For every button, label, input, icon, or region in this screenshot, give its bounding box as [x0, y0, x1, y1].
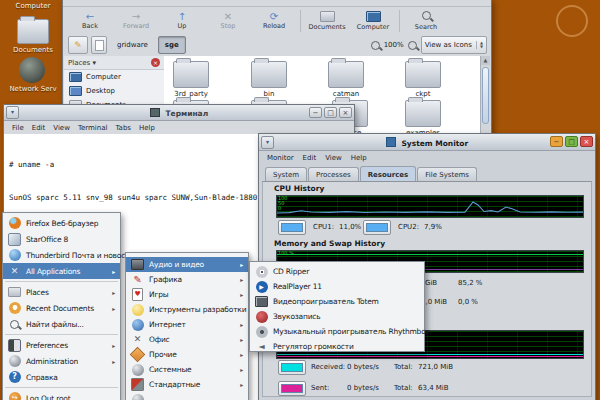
menu-item-find-files[interactable]: Найти файлы...: [3, 316, 120, 332]
menu-item-development[interactable]: Инструменты разработки ▸: [126, 302, 248, 317]
breadcrumb-sge[interactable]: sge: [158, 36, 186, 54]
forward-button[interactable]: → Forward: [113, 8, 159, 34]
tab-system[interactable]: System: [265, 167, 307, 181]
menu-item-partial[interactable]: [126, 392, 248, 400]
menu-tabs[interactable]: Tabs: [116, 124, 132, 132]
maximize-button[interactable]: □: [324, 107, 337, 118]
menu-item-cd-ripper[interactable]: CD Ripper: [250, 264, 424, 279]
sent-label: Sent:: [311, 384, 329, 392]
menu-item-help[interactable]: ? Справка: [3, 369, 120, 385]
menu-item-firefox[interactable]: Firefox Веб-браузер: [3, 215, 120, 231]
scrollbar-thumb[interactable]: [482, 67, 489, 124]
terminal-title: Терминал: [165, 109, 208, 118]
cpu-history-graph: 100 50 0: [276, 195, 584, 218]
sidebar-item-desktop[interactable]: Desktop: [64, 84, 164, 98]
file-manager-menubar[interactable]: [63, 0, 491, 7]
sidebar-item-computer[interactable]: Computer: [64, 70, 164, 84]
view-mode-dropdown[interactable]: View as Icons ▲▼: [421, 36, 487, 54]
system-monitor-titlebar[interactable]: ▾ System Monitor − □ ×: [259, 134, 595, 151]
submenu-arrow-icon: ▸: [240, 381, 243, 388]
menu-item-realplayer[interactable]: ▶ RealPlayer 11: [250, 279, 424, 294]
menu-item-volume-control[interactable]: ◄ Регулятор громкости: [250, 339, 424, 354]
network-servers-icon[interactable]: [19, 57, 45, 83]
stop-button[interactable]: ✕ Stop: [205, 8, 251, 34]
menu-item-audio-video[interactable]: Аудио и видео ▸: [126, 257, 248, 272]
menu-monitor[interactable]: Monitor: [267, 154, 294, 162]
menu-item-places[interactable]: Places ▸: [3, 284, 120, 300]
menu-item-all-applications[interactable]: ✕ All Applications ▸: [3, 263, 120, 279]
menu-edit[interactable]: Edit: [303, 154, 317, 162]
spinner-icons: ▲▼: [476, 41, 483, 49]
folder-ckpt[interactable]: ckpt: [388, 61, 458, 98]
cpu2-color-swatch[interactable]: [363, 220, 391, 235]
folder-bin[interactable]: bin: [234, 61, 304, 98]
menu-view[interactable]: View: [53, 124, 70, 132]
received-color-swatch[interactable]: [278, 360, 306, 375]
desktop-icon-computer[interactable]: Computer: [0, 2, 68, 10]
folder-3rd_party[interactable]: 3rd_party: [156, 61, 226, 98]
menu-file[interactable]: File: [12, 124, 24, 132]
administration-icon: [9, 355, 21, 367]
menu-item-accessories[interactable]: Стандартные ▸: [126, 377, 248, 392]
memory-unit-fragment: GiB: [425, 279, 437, 287]
menu-item-games[interactable]: ♥ Игры ▸: [126, 287, 248, 302]
search-button[interactable]: Search: [403, 8, 449, 34]
tab-processes[interactable]: Processes: [308, 167, 359, 181]
menu-edit[interactable]: Edit: [32, 124, 46, 132]
tab-resources[interactable]: Resources: [360, 166, 417, 181]
documents-button[interactable]: Documents: [304, 8, 350, 34]
menu-item-internet[interactable]: Интернет ▸: [126, 317, 248, 332]
maximize-button[interactable]: □: [565, 136, 578, 147]
menu-item-staroffice[interactable]: StarOffice 8: [3, 231, 120, 247]
close-button[interactable]: ×: [580, 136, 593, 147]
cpu1-value: 11,0%: [339, 223, 361, 231]
menu-item-office[interactable]: ✕ Офис ▸: [126, 332, 248, 347]
documents-folder-icon[interactable]: [17, 19, 49, 44]
menu-item-rhythmbox[interactable]: Музыкальный проигрыватель Rhythmbox: [250, 324, 424, 339]
reload-button[interactable]: ⟳ Reload: [251, 8, 297, 34]
terminal-titlebar[interactable]: ▾ Терминал − □ ×: [4, 105, 354, 121]
menu-item-recent-documents[interactable]: Recent Documents ▸: [3, 300, 120, 316]
menu-item-totem[interactable]: Видеопроигрыватель Totem: [250, 294, 424, 309]
menu-item-sound-recorder[interactable]: Звукозапись: [250, 309, 424, 324]
minimize-button[interactable]: −: [550, 136, 563, 147]
computer-button[interactable]: Computer: [350, 8, 396, 34]
cpu1-color-swatch[interactable]: [278, 220, 306, 235]
tab-file-systems[interactable]: File Systems: [417, 167, 477, 181]
memory-percent: 85,2 %: [458, 279, 482, 287]
desktop-icon-network[interactable]: Network Serv: [0, 85, 68, 93]
back-button[interactable]: ← Back: [67, 8, 113, 34]
document-icon: [95, 40, 104, 51]
menu-help[interactable]: Help: [351, 154, 367, 162]
menu-item-log-out[interactable]: ↪ Log Out root...: [3, 390, 120, 400]
folder-examples[interactable]: examples: [388, 100, 458, 137]
menu-view[interactable]: View: [325, 154, 342, 162]
up-button[interactable]: ↑ Up: [159, 8, 205, 34]
folder-catman[interactable]: catman: [311, 61, 381, 98]
places-header[interactable]: Places ▾ ×: [64, 56, 164, 70]
close-button[interactable]: ×: [339, 107, 352, 118]
main-menu: Firefox Веб-браузер StarOffice 8 Thunder…: [2, 212, 121, 400]
vertical-scrollbar[interactable]: ▲: [480, 56, 490, 138]
root-crumb-button[interactable]: [91, 36, 107, 54]
sent-color-swatch[interactable]: [278, 381, 306, 396]
menu-item-preferences[interactable]: Preferences ▸: [3, 337, 120, 353]
desktop-icon-documents[interactable]: Documents: [0, 46, 68, 54]
search-icon: [422, 11, 431, 20]
menu-terminal[interactable]: Terminal: [78, 124, 108, 132]
menu-item-administration[interactable]: Administration ▸: [3, 353, 120, 369]
menu-help[interactable]: Help: [139, 124, 155, 132]
audio-video-submenu: CD Ripper ▶ RealPlayer 11 Видеопроигрыва…: [249, 261, 425, 352]
menu-item-thunderbird[interactable]: Thunderbird Почта и новости: [3, 247, 120, 263]
edit-location-button[interactable]: ✎: [68, 36, 88, 54]
stop-icon: ✕: [224, 12, 232, 21]
zoom-out-icon[interactable]: [371, 41, 380, 50]
up-icon: ↑: [178, 12, 186, 21]
zoom-in-icon[interactable]: [408, 41, 417, 50]
menu-item-system[interactable]: Системные ▸: [126, 362, 248, 377]
menu-item-graphics[interactable]: ✎ Графика ▸: [126, 272, 248, 287]
scroll-up-icon[interactable]: ▲: [481, 56, 490, 65]
breadcrumb-gridware[interactable]: gridware: [110, 36, 155, 54]
menu-item-other[interactable]: Прочие ▸: [126, 347, 248, 362]
minimize-button[interactable]: −: [309, 107, 322, 118]
